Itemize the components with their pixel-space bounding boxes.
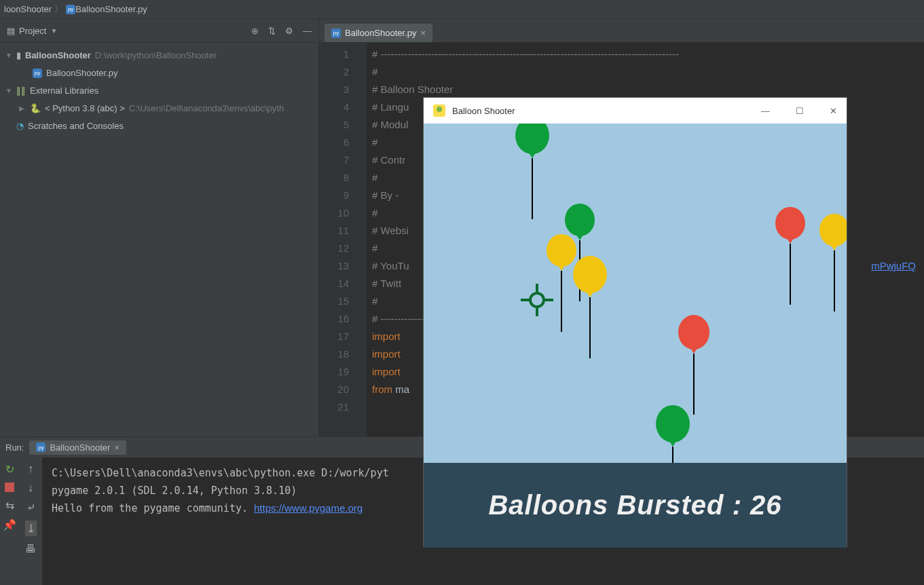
- chevron-icon: 〉: [54, 3, 63, 16]
- down-icon[interactable]: ↓: [28, 482, 33, 494]
- pygame-window: Balloon Shooter — ☐ ✕ Balloons Bursted :…: [423, 97, 847, 547]
- minimize-icon[interactable]: —: [761, 106, 770, 116]
- run-actions-2: ↑ ↓ ⤶ ⤓ 🖶: [19, 457, 42, 585]
- editor-tab[interactable]: py BalloonShooter.py ×: [325, 24, 432, 42]
- stop-icon[interactable]: [5, 483, 14, 492]
- python-file-icon: py: [66, 5, 75, 14]
- dropdown-icon[interactable]: ▼: [50, 27, 57, 35]
- game-canvas[interactable]: [424, 124, 847, 463]
- line-gutter: 123456789101112131415161718192021: [319, 43, 356, 436]
- pin-icon[interactable]: 📌: [3, 518, 16, 531]
- balloon[interactable]: [515, 124, 549, 219]
- print-icon[interactable]: 🖶: [25, 543, 36, 555]
- python-interpreter[interactable]: ▶ 🐍 < Python 3.8 (abc) > C:\Users\Dell\a…: [0, 100, 318, 117]
- close-tab-icon[interactable]: ×: [421, 28, 426, 38]
- scroll-icon[interactable]: ⤓: [25, 521, 37, 536]
- game-title: Balloon Shooter: [452, 106, 515, 116]
- project-root[interactable]: ▼ ▮ BalloonShooter D:\work\python\Balloo…: [0, 47, 318, 64]
- hide-icon[interactable]: —: [303, 26, 312, 36]
- close-run-tab-icon[interactable]: ×: [114, 442, 119, 453]
- run-label: Run:: [5, 442, 24, 453]
- project-tree: ▼ ▮ BalloonShooter D:\work\python\Balloo…: [0, 43, 318, 139]
- svg-point-0: [530, 293, 544, 307]
- close-window-icon[interactable]: ✕: [830, 106, 837, 116]
- balloon[interactable]: [573, 256, 607, 358]
- pygame-icon: [433, 105, 445, 117]
- scratches-consoles[interactable]: ◔ Scratches and Consoles: [0, 117, 318, 135]
- arrow-down-icon: ▼: [5, 47, 12, 64]
- game-titlebar[interactable]: Balloon Shooter — ☐ ✕: [424, 98, 847, 124]
- maximize-icon[interactable]: ☐: [796, 106, 804, 116]
- library-icon: ‖‖: [16, 82, 26, 100]
- up-icon[interactable]: ↑: [28, 463, 33, 475]
- balloon[interactable]: [819, 214, 847, 312]
- project-tool-icon: ▤: [7, 26, 15, 36]
- settings-icon[interactable]: ⚙: [285, 26, 293, 36]
- arrow-down-icon: ▼: [5, 82, 12, 100]
- external-libraries[interactable]: ▼ ‖‖ External Libraries: [0, 82, 318, 100]
- arrow-right-icon: ▶: [19, 100, 26, 117]
- balloon[interactable]: [775, 207, 805, 305]
- fold-column: [356, 43, 367, 436]
- sidebar-title[interactable]: Project: [19, 26, 46, 36]
- balloon[interactable]: [656, 405, 690, 463]
- run-tab[interactable]: py BalloonShooter ×: [29, 440, 126, 455]
- score-value: 26: [750, 490, 782, 520]
- score-label: Balloons Bursted :: [488, 490, 750, 520]
- folder-icon: ▮: [16, 47, 21, 64]
- scratch-icon: ◔: [16, 117, 24, 135]
- select-opened-icon[interactable]: ⊕: [251, 26, 259, 36]
- breadcrumb-file[interactable]: BalloonShooter.py: [75, 4, 147, 14]
- project-sidebar: ▤ Project ▼ ⊕ ⇅ ⚙ — ▼ ▮ BalloonShooter D…: [0, 19, 319, 436]
- breadcrumb-project[interactable]: loonShooter: [4, 4, 52, 14]
- tree-file[interactable]: py BalloonShooter.py: [0, 64, 318, 82]
- run-actions: ↻ ⇆ 📌: [0, 457, 19, 585]
- crosshair-cursor: [521, 284, 553, 316]
- balloon[interactable]: [678, 315, 709, 415]
- wrap-icon[interactable]: ⤶: [26, 501, 35, 514]
- breadcrumb: loonShooter 〉 py BalloonShooter.py: [0, 0, 924, 19]
- score-panel: Balloons Bursted : 26: [424, 463, 847, 548]
- python-file-icon: py: [331, 29, 341, 38]
- python-file-icon: py: [36, 442, 45, 452]
- python-file-icon: py: [33, 69, 42, 78]
- rerun-icon[interactable]: ↻: [5, 463, 14, 476]
- python-icon: 🐍: [30, 100, 41, 117]
- exit-icon[interactable]: ⇆: [5, 499, 14, 512]
- expand-icon[interactable]: ⇅: [268, 26, 276, 36]
